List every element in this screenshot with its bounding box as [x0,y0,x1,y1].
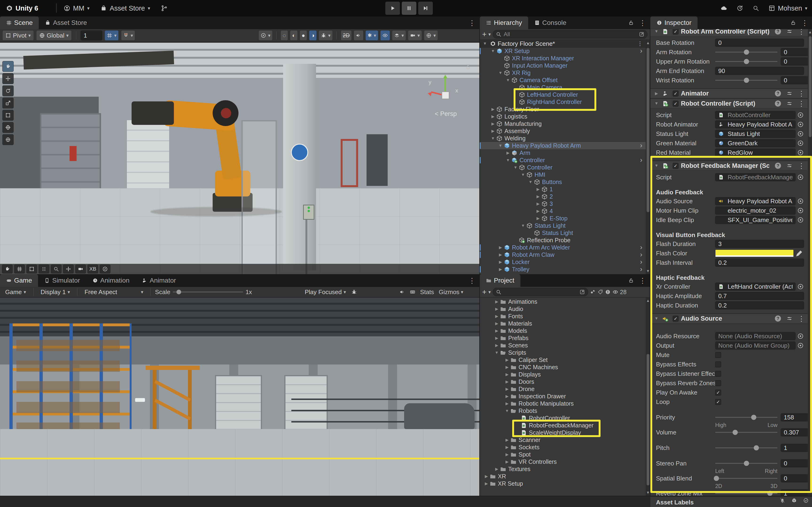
space-dropdown[interactable]: Global▾ [36,30,72,41]
foldout-arrow[interactable]: ▼ [490,136,496,141]
pause-button[interactable] [402,2,416,15]
search-icon[interactable] [753,5,759,11]
camera-view-tool-button[interactable] [75,265,86,274]
workspace-menu[interactable]: MM ▾ [64,4,90,12]
foldout-arrow[interactable]: ▶ [497,252,504,257]
persp-label[interactable]: < Persp [435,110,457,118]
hierarchy-item-input-action-manager[interactable]: Input Action Manager [480,62,646,69]
foldout-arrow[interactable]: ▼ [493,350,500,355]
hierarchy-item-buttons[interactable]: ▼Buttons [480,178,646,186]
prefab-open-chevron[interactable]: › [640,258,642,266]
lock-icon[interactable] [791,20,796,25]
kebab-menu-icon[interactable]: ⋮ [468,277,475,285]
help-icon[interactable]: ? [775,29,781,35]
project-item-displays[interactable]: ▶Displays [480,371,646,378]
chevron-down-icon[interactable]: ▾ [489,289,491,295]
hierarchy-item-lefthand-controller[interactable]: LeftHand Controller [480,91,646,98]
slider-track[interactable] [715,52,777,53]
tab-project[interactable]: Project [480,274,520,287]
enabled-checkbox[interactable]: ✓ [673,316,678,322]
foldout-arrow[interactable]: ▶ [535,202,541,206]
presets-icon[interactable] [786,101,792,106]
project-item-xr[interactable]: ▶XR [480,473,646,480]
scene-visibility-toggle[interactable] [380,30,390,41]
object-field[interactable]: Heavy Payload Robot Arm ( [715,197,796,205]
favorites-icon[interactable] [605,289,611,295]
foldout-arrow[interactable]: ▼ [512,165,519,170]
inspector-scrollbar[interactable]: ▲ [808,29,812,496]
hierarchy-item-locker[interactable]: ▶Locker› [480,259,646,266]
slider-value-field[interactable]: 0 [781,474,808,482]
project-item-xr-setup[interactable]: ▶XR Setup [480,480,646,487]
scene-viewport[interactable]: XB y x < Persp [0,43,479,274]
project-item-caliper-set[interactable]: ▶Caliper Set [480,356,646,363]
gizmo-tool-button[interactable] [2,134,14,145]
tab-hierarchy[interactable]: Hierarchy [480,16,528,29]
hierarchy-item-manufacturing[interactable]: ▶Manufacturing [480,120,646,127]
foldout-arrow[interactable]: ▼ [505,78,511,82]
tab-animator[interactable]: Animator [136,274,182,287]
play-button[interactable] [385,2,400,15]
slider-track[interactable] [715,432,777,433]
checkbox[interactable]: ✓ [715,390,721,396]
account-menu[interactable]: Mohsen ▾ [768,4,807,12]
object-picker-icon[interactable] [797,149,804,156]
tab-simulator[interactable]: Simulator [38,274,86,287]
vsync-icon[interactable] [410,289,415,295]
hierarchy-item-logistics[interactable]: ▶Logistics [480,113,646,120]
layers-dropdown[interactable]: ▾ [392,30,406,41]
inspector-scroll-thumb[interactable] [809,36,812,137]
foldout-arrow[interactable]: ▶ [535,187,541,192]
project-item-drone[interactable]: ▶Drone [480,385,646,393]
foldout-arrow[interactable]: ▶ [497,260,504,265]
object-picker-icon[interactable] [797,342,804,349]
object-picker-icon[interactable] [797,174,804,181]
object-picker-icon[interactable] [797,121,804,128]
version-control-button[interactable] [161,5,167,11]
project-item-cnc-machines[interactable]: ▶CNC Machines [480,363,646,371]
foldout-arrow[interactable]: ▼ [653,101,660,106]
foldout-arrow[interactable]: ▶ [483,481,490,486]
shading-shadedwire-button[interactable]: ◐ [290,30,298,41]
project-item-sockets[interactable]: ▶Sockets [480,444,646,451]
slider-thumb[interactable] [767,491,772,496]
transform-tool-button[interactable] [2,122,14,133]
object-field[interactable]: None (Audio Resource) [715,332,796,340]
rect-tool-button[interactable] [2,110,14,121]
lock-icon[interactable] [628,278,634,283]
effects-toggle[interactable]: ✱▾ [365,30,378,41]
slider-track[interactable] [715,80,777,81]
project-item-models[interactable]: ▶Models [480,327,646,334]
camera-dropdown[interactable]: ▾ [408,30,422,41]
prefab-open-chevron[interactable]: › [640,243,642,251]
slider-track[interactable] [715,417,777,418]
foldout-arrow[interactable]: ▶ [490,121,496,126]
hierarchy-item-3[interactable]: ▶3 [480,200,646,208]
foldout-arrow[interactable]: ▶ [490,114,496,119]
foldout-arrow[interactable]: ▶ [504,459,510,464]
hierarchy-item-camera-offset[interactable]: ▼Camera Offset [480,76,646,84]
axis-gizmo[interactable]: y x [427,73,463,108]
project-scroll-thumb[interactable] [647,354,649,486]
foldout-arrow[interactable]: ▶ [483,474,490,479]
project-item-fonts[interactable]: ▶Fonts [480,313,646,320]
foldout-arrow[interactable]: ▼ [520,223,526,228]
eye-icon[interactable] [613,289,618,295]
hierarchy-item-righthand-controller[interactable]: RightHand Controller [480,98,646,106]
kebab-menu-icon[interactable]: ⋮ [798,90,805,98]
foldout-arrow[interactable]: ▶ [490,107,496,112]
foldout-arrow[interactable]: ▼ [653,316,660,321]
foldout-arrow[interactable]: ▶ [493,467,500,471]
kebab-menu-icon[interactable]: ⋮ [798,162,805,170]
foldout-arrow[interactable]: ▶ [504,387,510,392]
text-field[interactable]: 0.2 [715,259,804,267]
chevron-down-icon[interactable]: ▾ [489,32,491,37]
kebab-menu-icon[interactable]: ⋮ [798,100,805,108]
tab-game[interactable]: Game [0,274,38,287]
slider-thumb[interactable] [744,59,749,64]
help-icon[interactable]: ? [775,163,781,169]
hierarchy-item-xr-interaction-manager[interactable]: XR Interaction Manager [480,55,646,62]
text-field[interactable]: 90 [715,67,804,75]
hand-tool-button[interactable] [2,61,14,72]
checkbox[interactable] [715,352,721,358]
